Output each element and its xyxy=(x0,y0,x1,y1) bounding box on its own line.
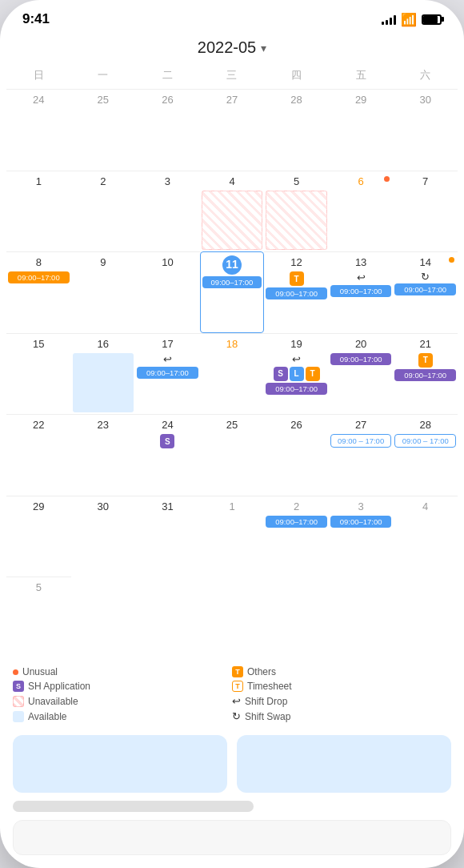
weekday-thu: 四 xyxy=(264,65,329,86)
day-8[interactable]: 8 09:00–17:00 xyxy=(6,251,71,333)
day-28[interactable]: 28 09:00 – 17:00 xyxy=(393,414,458,496)
shift-bar: 09:00–17:00 xyxy=(266,287,327,299)
calendar-header[interactable]: 2022-05 ▾ xyxy=(0,34,464,65)
badges: T xyxy=(266,271,327,286)
day-26[interactable]: 26 xyxy=(264,414,329,496)
shift-bar: 09:00–17:00 xyxy=(330,516,392,528)
day-number: 30 xyxy=(394,93,456,107)
day-apr29[interactable]: 29 xyxy=(329,89,394,171)
shift-drop-legend-icon: ↩ xyxy=(232,695,241,707)
day-number: 1 xyxy=(8,175,70,189)
day-21[interactable]: 21 T 09:00–17:00 xyxy=(393,333,458,415)
day-number: 24 xyxy=(8,93,70,107)
shift-bar-outline: 09:00 – 17:00 xyxy=(330,434,392,448)
day-29[interactable]: 29 xyxy=(6,496,71,577)
bottom-bar-gray xyxy=(13,801,254,812)
bottom-card-right[interactable] xyxy=(237,735,451,793)
day-apr26[interactable]: 26 xyxy=(135,89,200,171)
day-30[interactable]: 30 xyxy=(71,496,136,577)
day-number: 7 xyxy=(394,175,456,189)
day-number: 10 xyxy=(137,255,198,270)
day-number: 3 xyxy=(137,175,198,189)
day-jun5[interactable]: 5 xyxy=(6,577,71,658)
time: 9:41 xyxy=(22,11,50,27)
day-apr24[interactable]: 24 xyxy=(6,89,71,171)
wifi-icon: 📶 xyxy=(401,12,417,27)
legend-sh-app: S SH Application xyxy=(13,681,232,692)
day-number: 18 xyxy=(202,337,263,352)
badge-l: L xyxy=(290,367,304,381)
day-14[interactable]: 14 ↻ 09:00–17:00 xyxy=(393,251,458,333)
day-24[interactable]: 24 S xyxy=(135,414,200,496)
calendar-grid: 24 25 26 27 28 29 30 1 2 3 4 xyxy=(0,89,464,658)
day-apr28[interactable]: 28 xyxy=(264,89,329,171)
day-5[interactable]: 5 xyxy=(264,171,329,252)
day-31[interactable]: 31 xyxy=(135,496,200,577)
weekday-fri: 五 xyxy=(329,65,394,86)
shift-bar-sat: 09:00–17:00 xyxy=(8,271,70,283)
chevron-down-icon[interactable]: ▾ xyxy=(261,42,266,54)
badge-s: S xyxy=(160,434,174,448)
legend-shift-drop-label: Shift Drop xyxy=(245,696,287,707)
shift-bar-purple: 09:00–17:00 xyxy=(266,383,327,395)
sh-app-icon: S xyxy=(13,681,24,692)
day-27[interactable]: 27 09:00 – 17:00 xyxy=(329,414,394,496)
day-16[interactable]: 16 xyxy=(71,333,136,415)
day-3[interactable]: 3 xyxy=(135,171,200,252)
day-1[interactable]: 1 xyxy=(6,171,71,252)
legend-available-label: Available xyxy=(28,711,66,722)
day-23[interactable]: 23 xyxy=(71,414,136,496)
day-number: 26 xyxy=(137,93,198,107)
day-apr30[interactable]: 30 xyxy=(393,89,458,171)
day-20[interactable]: 20 09:00–17:00 xyxy=(329,333,394,415)
shift-bar-outline2: 09:00 – 17:00 xyxy=(394,434,456,448)
day-9[interactable]: 9 xyxy=(71,251,136,333)
day-jun3[interactable]: 3 09:00–17:00 xyxy=(329,496,394,577)
day-apr25[interactable]: 25 xyxy=(71,89,136,171)
day-15[interactable]: 15 xyxy=(6,333,71,415)
day-number: 24 xyxy=(137,418,198,432)
badge-s: S xyxy=(274,367,288,381)
legend-unusual-label: Unusual xyxy=(22,666,58,677)
legend-sh-app-label: SH Application xyxy=(28,681,90,692)
day-number: 14 xyxy=(394,255,456,270)
day-10[interactable]: 10 xyxy=(135,251,200,333)
day-4[interactable]: 4 xyxy=(200,171,265,252)
shift-bar: 09:00–17:00 xyxy=(394,283,456,295)
badges: T xyxy=(394,353,456,368)
day-25[interactable]: 25 xyxy=(200,414,265,496)
legend-others-label: Others xyxy=(247,666,276,677)
badge-t: T xyxy=(306,367,320,381)
day-19[interactable]: 19 ↩ S L T 09:00–17:00 xyxy=(264,333,329,415)
day-12[interactable]: 12 T 09:00–17:00 xyxy=(264,251,329,333)
day-18[interactable]: 18 xyxy=(200,333,265,415)
day-apr27[interactable]: 27 xyxy=(200,89,265,171)
legend-unavailable: Unavailable xyxy=(13,695,232,707)
legend: Unusual T Others S SH Application T Time… xyxy=(0,658,464,729)
day-6[interactable]: 6 xyxy=(329,171,394,252)
day-number: 30 xyxy=(73,500,134,514)
day-number: 22 xyxy=(8,418,70,432)
day-22[interactable]: 22 xyxy=(6,414,71,496)
day-2[interactable]: 2 xyxy=(71,171,136,252)
day-jun2[interactable]: 2 09:00–17:00 xyxy=(264,496,329,577)
day-number: 5 xyxy=(266,175,327,189)
shift-bar: 09:00–17:00 xyxy=(330,353,392,365)
weekday-sat: 六 xyxy=(393,65,458,86)
day-number: 2 xyxy=(266,500,327,514)
day-number: 29 xyxy=(8,500,70,514)
day-7[interactable]: 7 xyxy=(393,171,458,252)
day-number: 4 xyxy=(394,500,456,514)
day-17[interactable]: 17 ↩ 09:00–17:00 xyxy=(135,333,200,415)
day-13[interactable]: 13 ↩ 09:00–17:00 xyxy=(329,251,394,333)
day-number: 8 xyxy=(8,255,70,270)
legend-shift-swap-label: Shift Swap xyxy=(245,711,290,722)
day-11-today[interactable]: 11 09:00–17:00 xyxy=(200,251,265,333)
day-jun4[interactable]: 4 xyxy=(393,496,458,577)
unusual-dot xyxy=(384,176,390,182)
shift-bar: 09:00–17:00 xyxy=(330,285,392,297)
shift-bar: 09:00–17:00 xyxy=(394,369,456,381)
day-number: 2 xyxy=(73,175,134,189)
bottom-card-left[interactable] xyxy=(13,735,227,793)
day-jun1[interactable]: 1 xyxy=(200,496,265,577)
